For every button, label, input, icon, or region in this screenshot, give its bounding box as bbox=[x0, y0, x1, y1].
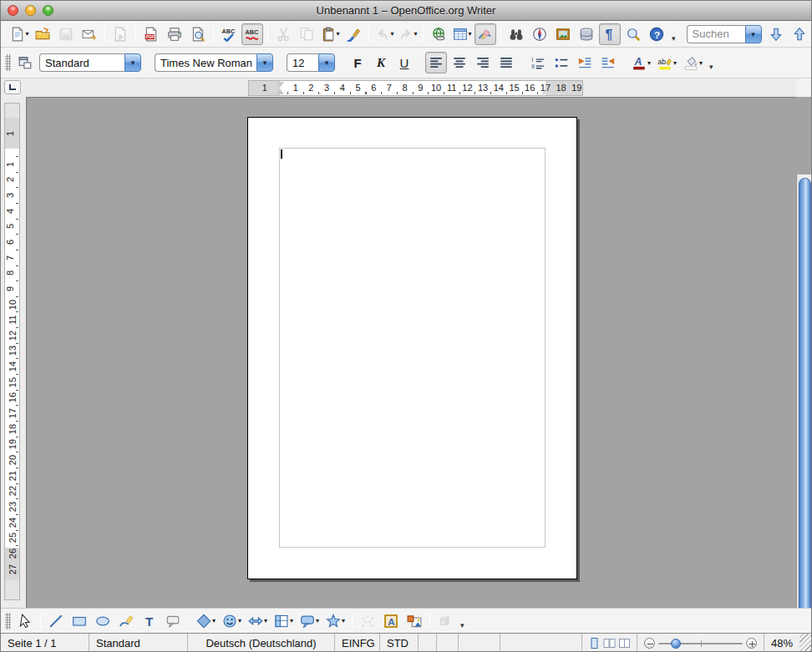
bold-button[interactable]: F bbox=[347, 52, 368, 73]
multi-page-view-icon[interactable] bbox=[603, 637, 616, 649]
toolbar-drag-handle[interactable] bbox=[5, 54, 11, 71]
redo-button[interactable]: ▾ bbox=[397, 23, 419, 45]
align-left-button[interactable] bbox=[425, 52, 447, 73]
paragraph-style-combo[interactable]: Standard▾ bbox=[39, 53, 141, 73]
book-view-icon[interactable] bbox=[618, 637, 631, 649]
help-button[interactable]: ? bbox=[646, 23, 667, 45]
underline-button[interactable]: U bbox=[393, 52, 415, 73]
zoom-button[interactable] bbox=[622, 23, 644, 45]
align-justify-button[interactable] bbox=[495, 52, 517, 73]
undo-button[interactable]: ▾ bbox=[373, 23, 395, 45]
toolbar-overflow-button[interactable]: ▾ bbox=[672, 34, 676, 43]
align-center-button[interactable] bbox=[449, 52, 470, 73]
flowchart-dropdown-caret[interactable]: ▾ bbox=[290, 617, 293, 624]
first-line-indent-marker[interactable] bbox=[276, 82, 284, 88]
edit-points-button[interactable] bbox=[357, 610, 378, 632]
draw-functions-button[interactable] bbox=[475, 23, 496, 45]
line-button[interactable] bbox=[45, 610, 67, 632]
single-page-view-icon[interactable] bbox=[588, 637, 601, 649]
stars-dropdown-caret[interactable]: ▾ bbox=[342, 617, 345, 624]
zoom-out-button[interactable] bbox=[644, 638, 655, 649]
zoom-percent[interactable]: 48% bbox=[764, 634, 799, 652]
paste-button[interactable]: ▾ bbox=[319, 23, 341, 45]
styles-window-button[interactable] bbox=[14, 52, 36, 73]
font-name-combo-value[interactable]: Times New Roman bbox=[155, 53, 256, 72]
text-tool-button[interactable]: T bbox=[139, 610, 160, 632]
toolbar-drag-handle[interactable] bbox=[5, 613, 11, 629]
extrusion-button[interactable] bbox=[434, 610, 456, 632]
search-combo-dropdown-button[interactable]: ▾ bbox=[745, 25, 762, 43]
font-color-dropdown-caret[interactable]: ▾ bbox=[647, 59, 651, 67]
font-size-combo-dropdown-button[interactable]: ▾ bbox=[318, 53, 335, 72]
find-down-button[interactable] bbox=[765, 23, 787, 45]
search-combo-value[interactable]: Suchen bbox=[687, 25, 745, 43]
zoom-window-button[interactable] bbox=[43, 5, 53, 16]
navigator-button[interactable] bbox=[529, 23, 551, 45]
title-bar[interactable]: Unbenannt 1 – OpenOffice.org Writer bbox=[1, 1, 811, 21]
block-arrows-dropdown-caret[interactable]: ▾ bbox=[264, 617, 267, 624]
page-number-field[interactable]: Seite 1 / 1 bbox=[1, 634, 89, 652]
open-folder-button[interactable] bbox=[32, 23, 53, 45]
align-right-button[interactable] bbox=[472, 52, 494, 73]
decrease-indent-button[interactable] bbox=[574, 52, 596, 73]
minimize-button[interactable] bbox=[25, 5, 36, 16]
font-color-button[interactable]: A▾ bbox=[629, 52, 653, 73]
ellipse-button[interactable] bbox=[92, 610, 114, 632]
fontwork-gallery-button[interactable]: A bbox=[380, 610, 402, 632]
flowchart-button[interactable]: ▾ bbox=[272, 610, 296, 632]
zoom-slider-track[interactable] bbox=[658, 643, 743, 644]
page-preview-button[interactable] bbox=[187, 23, 209, 45]
cut-button[interactable] bbox=[272, 23, 294, 45]
tab-stop-type-button[interactable] bbox=[4, 80, 21, 94]
select-button[interactable] bbox=[14, 610, 36, 632]
basic-shapes-button[interactable]: ▾ bbox=[194, 610, 218, 632]
find-up-button[interactable] bbox=[789, 23, 810, 45]
numbered-list-button[interactable]: III bbox=[527, 52, 549, 73]
scrollbar-thumb[interactable] bbox=[799, 178, 811, 615]
paste-dropdown-caret[interactable]: ▾ bbox=[337, 30, 340, 38]
rectangle-button[interactable] bbox=[69, 610, 90, 632]
italic-button[interactable]: K bbox=[370, 52, 392, 73]
left-indent-marker[interactable] bbox=[276, 88, 284, 94]
font-name-combo[interactable]: Times New Roman▾ bbox=[155, 53, 273, 73]
paragraph-style-combo-dropdown-button[interactable]: ▾ bbox=[124, 53, 141, 72]
document-page[interactable] bbox=[247, 117, 577, 579]
redo-dropdown-caret[interactable]: ▾ bbox=[414, 30, 418, 38]
callout-legacy-button[interactable] bbox=[162, 610, 184, 632]
insert-picture-button[interactable] bbox=[403, 610, 425, 632]
increase-indent-button[interactable] bbox=[597, 52, 619, 73]
table-dropdown-caret[interactable]: ▾ bbox=[469, 30, 472, 38]
edit-file-button[interactable] bbox=[109, 23, 131, 45]
symbol-shapes-button[interactable]: ▾ bbox=[220, 610, 244, 632]
search-combo[interactable]: Suchen▾ bbox=[687, 24, 762, 44]
basic-shapes-dropdown-caret[interactable]: ▾ bbox=[212, 617, 216, 624]
nonprinting-characters-button[interactable]: ¶ bbox=[599, 23, 621, 45]
toolbar-overflow-button[interactable]: ▾ bbox=[709, 63, 713, 71]
print-button[interactable] bbox=[164, 23, 185, 45]
format-paintbrush-button[interactable] bbox=[343, 23, 364, 45]
gallery-button[interactable] bbox=[552, 23, 574, 45]
table-button[interactable]: ▾ bbox=[451, 23, 473, 45]
new-document-button[interactable]: ▾ bbox=[8, 23, 30, 45]
callouts-button[interactable]: ▾ bbox=[297, 610, 322, 632]
bullet-list-button[interactable] bbox=[551, 52, 572, 73]
insert-mode-field[interactable]: EINFG bbox=[335, 634, 380, 652]
freeform-line-button[interactable] bbox=[115, 610, 137, 632]
language-field[interactable]: Deutsch (Deutschland) bbox=[188, 634, 335, 652]
background-color-dropdown-caret[interactable]: ▾ bbox=[699, 59, 703, 67]
vertical-ruler[interactable]: 1123456789101112131415161718192021222324… bbox=[4, 103, 20, 600]
undo-dropdown-caret[interactable]: ▾ bbox=[391, 30, 394, 38]
find-replace-button[interactable] bbox=[505, 23, 527, 45]
close-button[interactable] bbox=[8, 5, 18, 16]
zoom-slider-thumb[interactable] bbox=[671, 639, 681, 649]
resize-grip[interactable] bbox=[799, 634, 811, 652]
highlighting-button[interactable]: ab▾ bbox=[655, 52, 679, 73]
data-sources-button[interactable] bbox=[576, 23, 597, 45]
save-button[interactable] bbox=[55, 23, 77, 45]
spellcheck-button[interactable]: ABC bbox=[218, 23, 240, 45]
auto-spellcheck-button[interactable]: ABC bbox=[241, 23, 263, 45]
workspace-canvas[interactable] bbox=[26, 97, 796, 608]
vertical-scrollbar[interactable]: ▲ ▼ bbox=[796, 174, 812, 652]
font-size-combo-value[interactable]: 12 bbox=[287, 53, 318, 72]
zoom-in-button[interactable] bbox=[746, 638, 757, 649]
